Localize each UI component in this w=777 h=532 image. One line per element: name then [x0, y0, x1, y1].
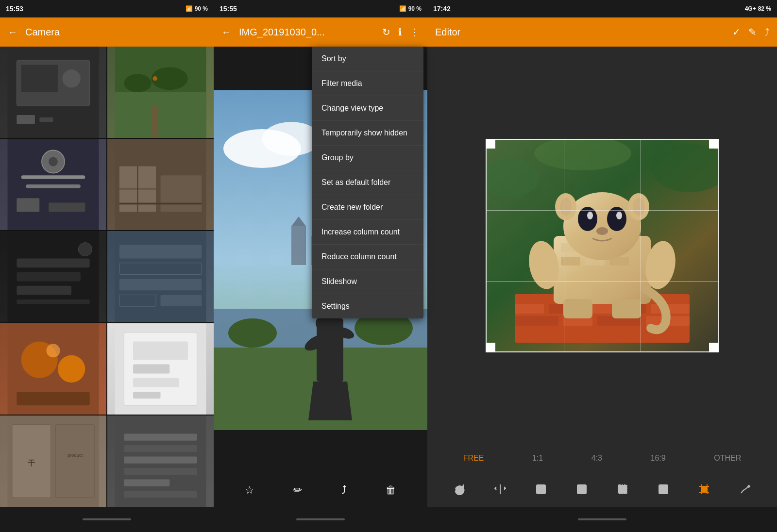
menu-item-change-view-type[interactable]: Change view type	[312, 96, 423, 121]
gallery-cell-5[interactable]	[0, 231, 106, 322]
nav-bar-2	[214, 507, 427, 532]
ratio-free-button[interactable]: FREE	[459, 452, 488, 465]
svg-rect-46	[133, 378, 179, 387]
svg-rect-32	[119, 245, 202, 258]
svg-point-41	[46, 344, 60, 357]
svg-rect-57	[124, 468, 197, 475]
crop-dotted-button[interactable]	[615, 482, 630, 497]
crop-corner-tr[interactable]	[709, 139, 719, 149]
back-button-1[interactable]: ←	[8, 27, 17, 38]
crop-corner-button[interactable]	[533, 482, 549, 497]
confirm-button[interactable]: ✓	[732, 26, 741, 38]
svg-point-8	[124, 74, 151, 92]
ratio-1-1-button[interactable]: 1:1	[528, 452, 547, 465]
svg-point-16	[49, 157, 58, 166]
svg-rect-33	[119, 263, 202, 275]
home-indicator-3	[578, 518, 626, 520]
signal-icon-3: 4G+	[745, 5, 756, 12]
menu-item-group-by[interactable]: Group by	[312, 146, 423, 170]
svg-rect-44	[133, 342, 188, 360]
svg-rect-79	[318, 331, 328, 345]
svg-rect-67	[291, 226, 306, 265]
delete-button[interactable]: 🗑	[386, 484, 396, 497]
crop-grid-horizontal	[487, 140, 718, 351]
gallery-cell-6[interactable]	[107, 231, 214, 322]
menu-item-filter-media[interactable]: Filter media	[312, 71, 423, 96]
nav-bar-1	[0, 507, 214, 532]
crop-image-container[interactable]	[486, 139, 719, 352]
time-2: 15:55	[220, 5, 237, 13]
more-button[interactable]: ⋮	[410, 26, 420, 38]
editor-toolbar-tools	[427, 472, 777, 507]
status-icons-1: 📶 90 %	[186, 5, 208, 12]
menu-item-slideshow[interactable]: Slideshow	[312, 269, 423, 294]
rotate-cw-button[interactable]	[452, 482, 467, 497]
gallery-cell-1[interactable]	[0, 47, 106, 138]
edit-button[interactable]: ✏	[293, 484, 302, 497]
add-image-button[interactable]	[656, 482, 671, 497]
menu-item-create-new-folder[interactable]: Create new folder	[312, 195, 423, 220]
time-3: 17:42	[433, 5, 451, 13]
crop-corner-br[interactable]	[709, 343, 719, 352]
home-indicator-1	[83, 518, 131, 520]
svg-rect-22	[119, 203, 202, 205]
crop-active-button[interactable]	[696, 482, 712, 497]
gallery-cell-2[interactable]	[107, 47, 214, 138]
svg-point-71	[228, 318, 277, 348]
ratio-16-9-button[interactable]: 16:9	[647, 452, 670, 465]
svg-point-39	[58, 355, 85, 382]
rotate-button[interactable]: ↻	[382, 26, 390, 38]
svg-rect-54	[124, 434, 197, 441]
info-button[interactable]: ℹ	[398, 26, 402, 38]
app-bar-1: ← Camera	[0, 17, 214, 47]
svg-rect-126	[701, 486, 707, 492]
signal-icon: 📶	[186, 5, 193, 12]
add-image-icon	[656, 482, 671, 497]
gallery-cell-9[interactable]: 干 product	[0, 416, 106, 507]
edit-mode-button[interactable]: ✎	[748, 26, 757, 38]
svg-rect-45	[133, 365, 169, 374]
draw-button[interactable]	[737, 482, 753, 497]
menu-item-set-as-default-folder[interactable]: Set as default folder	[312, 170, 423, 195]
svg-rect-2	[21, 65, 58, 92]
battery-icon: 90 %	[195, 5, 208, 12]
svg-rect-18	[49, 203, 85, 212]
flip-button[interactable]	[492, 482, 508, 497]
menu-item-sort-by[interactable]: Sort by	[312, 47, 423, 71]
gallery-grid: 干 product	[0, 47, 214, 507]
crop-side-button[interactable]	[574, 482, 590, 497]
crop-corner-bl[interactable]	[486, 343, 495, 352]
crop-grid	[486, 139, 719, 352]
gallery-cell-7[interactable]	[0, 323, 106, 415]
menu-item-increase-column-count[interactable]: Increase column count	[312, 220, 423, 245]
gallery-cell-10[interactable]	[107, 416, 214, 507]
favorite-button[interactable]: ☆	[245, 484, 254, 497]
share-button[interactable]: ⤴	[341, 484, 347, 497]
gallery-cell-3[interactable]	[0, 139, 106, 230]
svg-rect-27	[17, 272, 81, 282]
svg-rect-55	[124, 445, 197, 452]
app-bar-3: Editor ✓ ✎ ⤴	[427, 17, 777, 47]
svg-rect-13	[21, 175, 85, 179]
gallery-cell-8[interactable]	[107, 323, 214, 415]
ratio-other-button[interactable]: OTHER	[710, 452, 745, 465]
svg-rect-58	[124, 480, 169, 486]
status-icons-3: 4G+ 82 %	[745, 5, 771, 12]
svg-rect-26	[17, 258, 89, 267]
panel-camera-gallery: 15:53 📶 90 % ← Camera	[0, 0, 214, 532]
menu-item-reduce-column-count[interactable]: Reduce column count	[312, 245, 423, 269]
menu-item-temporarily-show-hidden[interactable]: Temporarily show hidden	[312, 121, 423, 146]
svg-rect-14	[26, 184, 81, 188]
svg-rect-17	[17, 198, 39, 212]
gallery-cell-4[interactable]	[107, 139, 214, 230]
back-button-2[interactable]: ←	[221, 27, 231, 38]
svg-rect-36	[161, 295, 202, 307]
svg-rect-59	[124, 491, 197, 498]
crop-corner-tl[interactable]	[486, 139, 495, 149]
svg-rect-21	[161, 175, 202, 212]
menu-item-settings[interactable]: Settings	[312, 294, 423, 318]
draw-icon	[737, 482, 753, 497]
app-bar-2: ← IMG_20191030_0... ↻ ℹ ⋮	[214, 17, 427, 47]
ratio-4-3-button[interactable]: 4:3	[588, 452, 606, 465]
share-editor-button[interactable]: ⤴	[764, 27, 769, 38]
